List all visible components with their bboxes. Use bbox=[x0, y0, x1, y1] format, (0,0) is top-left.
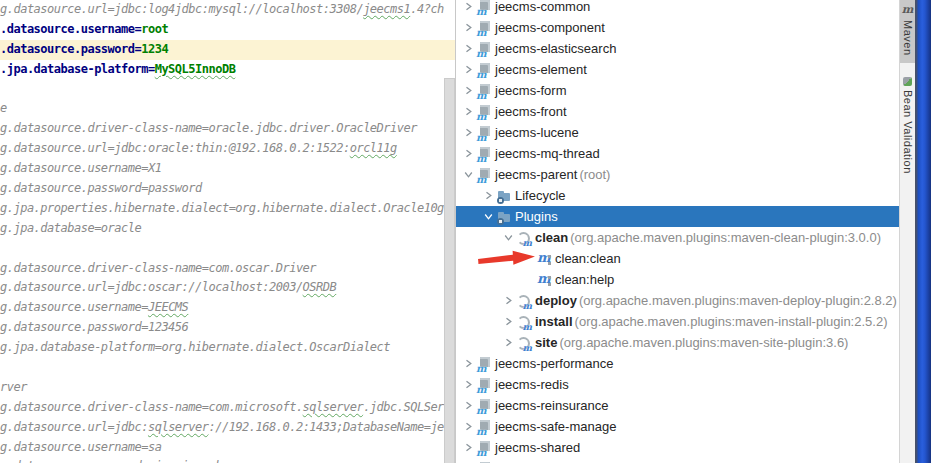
tree-row-site[interactable]: msite (org.apache.maven.plugins:maven-si… bbox=[456, 332, 899, 353]
bean-validation-tool-tab[interactable]: Bean Validation bbox=[900, 72, 915, 181]
editor-line[interactable]: g.datasource.driver-class-name=com.oscar… bbox=[0, 259, 448, 279]
chevron-collapsed-icon[interactable] bbox=[460, 0, 476, 15]
tree-row-jeecms-lucene[interactable]: mjeecms-lucene bbox=[456, 122, 899, 143]
editor-line[interactable] bbox=[0, 358, 448, 378]
tree-row-lifecycle[interactable]: Lifecycle bbox=[456, 185, 899, 206]
bean-validation-icon bbox=[903, 77, 912, 86]
folder-icon bbox=[496, 188, 512, 204]
plugin-icon: m bbox=[516, 335, 532, 351]
bean-validation-tab-label: Bean Validation bbox=[902, 90, 914, 174]
tree-row-jeecms-shared[interactable]: mjeecms-shared bbox=[456, 437, 899, 458]
editor-line[interactable]: .jpa.database-platform=MySQL5InnoDB bbox=[0, 60, 448, 80]
chevron-collapsed-icon[interactable] bbox=[460, 356, 476, 372]
chevron-collapsed-icon[interactable] bbox=[460, 83, 476, 99]
editor-line[interactable]: g.jpa.database-platform=org.hibernate.di… bbox=[0, 338, 448, 358]
chevron-expanded-icon[interactable] bbox=[500, 230, 516, 246]
code-text: g.jpa.database-platform=org.hibernate.di… bbox=[0, 340, 390, 354]
chevron-collapsed-icon[interactable] bbox=[460, 104, 476, 120]
code-text: rver bbox=[0, 380, 27, 394]
editor-line[interactable]: .datasource.password=1234 bbox=[0, 40, 448, 60]
tree-row-jeecms-front[interactable]: mjeecms-front bbox=[456, 101, 899, 122]
tree-item-label: Plugins bbox=[515, 209, 560, 224]
tree-row-plugins[interactable]: Plugins bbox=[456, 206, 899, 227]
annotation-arrow bbox=[478, 248, 537, 267]
tree-row-jeecms-elasticsearch[interactable]: mjeecms-elasticsearch bbox=[456, 38, 899, 59]
editor-line[interactable]: g.datasource.driver-class-name=com.micro… bbox=[0, 398, 448, 418]
tree-row-jeecms-parent[interactable]: mjeecms-parent (root) bbox=[456, 164, 899, 185]
editor-line[interactable]: g.datasource.password=123456 bbox=[0, 318, 448, 338]
tree-row-jeecms-performance[interactable]: mjeecms-performance bbox=[456, 353, 899, 374]
editor-line[interactable]: g.datasource.url=jdbc:oracle:thin:@192.1… bbox=[0, 139, 448, 159]
chevron-collapsed-icon[interactable] bbox=[460, 62, 476, 78]
module-icon: m bbox=[476, 146, 492, 162]
tree-row-item[interactable]: m bbox=[456, 458, 899, 463]
chevron-collapsed-icon[interactable] bbox=[460, 398, 476, 414]
chevron-expanded-icon[interactable] bbox=[460, 167, 476, 183]
editor-line[interactable]: g.datasource.username=JEECMS bbox=[0, 298, 448, 318]
editor-line[interactable]: g.datasource.url=jdbc:sqlserver://192.16… bbox=[0, 418, 448, 438]
plugin-icon: m bbox=[516, 293, 532, 309]
plugin-icon: m bbox=[516, 314, 532, 330]
chevron-collapsed-icon[interactable] bbox=[500, 314, 516, 330]
tree-row-jeecms-common[interactable]: mjeecms-common bbox=[456, 0, 899, 17]
chevron-collapsed-icon[interactable] bbox=[460, 20, 476, 36]
editor-scrollbar[interactable] bbox=[444, 78, 455, 463]
chevron-collapsed-icon[interactable] bbox=[460, 125, 476, 141]
module-icon: m bbox=[476, 20, 492, 36]
chevron-collapsed-icon[interactable] bbox=[500, 335, 516, 351]
code-text: root bbox=[141, 22, 168, 36]
tree-row-jeecms-form[interactable]: mjeecms-form bbox=[456, 80, 899, 101]
editor-line[interactable]: g.datasource.username=X1 bbox=[0, 159, 448, 179]
code-text: g.datasource.url=jdbc: bbox=[0, 420, 148, 434]
tree-item-label: jeecms-reinsurance bbox=[495, 398, 610, 413]
code-text: sqlserver bbox=[148, 420, 209, 434]
chevron-collapsed-icon[interactable] bbox=[460, 377, 476, 393]
editor-line[interactable]: .datasource.username=root bbox=[0, 20, 448, 40]
chevron-collapsed-icon[interactable] bbox=[480, 188, 496, 204]
code-text: MySQL5InnoDB bbox=[155, 62, 236, 76]
editor-line[interactable]: g.datasource.password=password bbox=[0, 179, 448, 199]
code-text: g.datasource.driver-class-name=com.oscar… bbox=[0, 261, 316, 275]
tree-item-detail: (org.apache.maven.plugins:maven-clean-pl… bbox=[570, 230, 881, 245]
chevron-collapsed-icon[interactable] bbox=[460, 440, 476, 456]
code-text: g.datasource.url=jdbc:log4jdbc:mysql://l… bbox=[0, 2, 363, 16]
editor-line[interactable]: e bbox=[0, 99, 448, 119]
chevron-expanded-icon[interactable] bbox=[480, 209, 496, 225]
editor-line[interactable]: g.datasource.password=mingming_chen bbox=[0, 457, 448, 463]
tree-row-jeecms-redis[interactable]: mjeecms-redis bbox=[456, 374, 899, 395]
code-text: g.datasource.username=sa bbox=[0, 440, 161, 454]
editor-line[interactable]: g.datasource.url=jdbc:log4jdbc:mysql://l… bbox=[0, 0, 448, 20]
maven-panel: mjeecms-commonmjeecms-componentmjeecms-e… bbox=[456, 0, 899, 463]
editor-text-area[interactable]: g.datasource.url=jdbc:log4jdbc:mysql://l… bbox=[0, 0, 448, 463]
editor-line[interactable]: g.datasource.url=jdbc:oscar://localhost:… bbox=[0, 278, 448, 298]
module-icon: m bbox=[476, 356, 492, 372]
editor-line[interactable] bbox=[0, 239, 448, 259]
editor-line[interactable]: g.jpa.database=oracle bbox=[0, 219, 448, 239]
tree-row-jeecms-component[interactable]: mjeecms-component bbox=[456, 17, 899, 38]
tree-row-clean[interactable]: mclean (org.apache.maven.plugins:maven-c… bbox=[456, 227, 899, 248]
tree-row-jeecms-element[interactable]: mjeecms-element bbox=[456, 59, 899, 80]
tree-item-detail: (org.apache.maven.plugins:maven-install-… bbox=[575, 314, 888, 329]
module-icon: m bbox=[476, 440, 492, 456]
editor-line[interactable]: g.jpa.properties.hibernate.dialect=org.h… bbox=[0, 199, 448, 219]
tree-row-jeecms-reinsurance[interactable]: mjeecms-reinsurance bbox=[456, 395, 899, 416]
tree-row-deploy[interactable]: mdeploy (org.apache.maven.plugins:maven-… bbox=[456, 290, 899, 311]
tree-row-jeecms-mq-thread[interactable]: mjeecms-mq-thread bbox=[456, 143, 899, 164]
tree-item-label: jeecms-elasticsearch bbox=[495, 41, 618, 56]
properties-editor[interactable]: g.datasource.url=jdbc:log4jdbc:mysql://l… bbox=[0, 0, 456, 463]
editor-line[interactable]: g.datasource.driver-class-name=oracle.jd… bbox=[0, 119, 448, 139]
chevron-collapsed-icon[interactable] bbox=[460, 41, 476, 57]
editor-line[interactable]: g.datasource.username=sa bbox=[0, 438, 448, 458]
module-icon: m bbox=[476, 62, 492, 78]
editor-line[interactable] bbox=[0, 80, 448, 100]
chevron-collapsed-icon[interactable] bbox=[460, 146, 476, 162]
editor-line[interactable]: rver bbox=[0, 378, 448, 398]
chevron-collapsed-icon[interactable] bbox=[460, 419, 476, 435]
tree-item-label: jeecms-form bbox=[495, 83, 569, 98]
tree-row-install[interactable]: minstall (org.apache.maven.plugins:maven… bbox=[456, 311, 899, 332]
maven-tool-tab[interactable]: m Maven bbox=[900, 0, 915, 63]
code-text: jeecms1 bbox=[363, 2, 410, 16]
tree-row-jeecms-safe-manage[interactable]: mjeecms-safe-manage bbox=[456, 416, 899, 437]
chevron-collapsed-icon[interactable] bbox=[500, 293, 516, 309]
tree-row-clean-help[interactable]: mclean:help bbox=[456, 269, 899, 290]
